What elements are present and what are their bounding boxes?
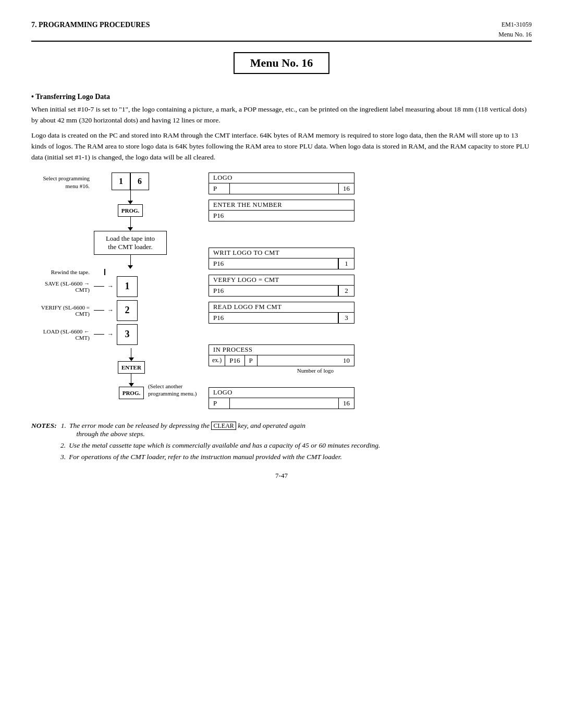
screen-logo-bottom-val <box>230 402 338 404</box>
screen-verfy-logo-data: P16 2 <box>209 286 354 296</box>
verify-label: VERIFY (SL-6600 = CMT) <box>31 304 94 317</box>
note-num-1: 1. <box>61 422 66 438</box>
screen-logo-top-val <box>230 188 338 190</box>
spacer-2 <box>209 329 532 339</box>
spacer-3 <box>209 379 532 382</box>
right-screens: LOGO P 16 ENTER THE NUMBER P16 WRIT LOGO… <box>209 172 532 409</box>
ex-label: ex.) <box>209 355 225 365</box>
screen-verfy-logo-title: VERFY LOGO = CMT <box>209 275 354 286</box>
screen-logo-bottom: LOGO P 16 <box>209 387 354 409</box>
numbered-steps: Rewind the tape. SAVE (SL-6600 → CMT) → … <box>31 269 198 399</box>
screen-logo-top-p: P <box>209 183 230 194</box>
screen-verfy-logo-num: 2 <box>338 286 354 296</box>
screen-logo-bottom-p: P <box>209 398 230 409</box>
prog-key: PROG. <box>118 204 143 217</box>
body-para-2: Logo data is created on the PC and store… <box>31 130 532 163</box>
screen-read-logo-val: P16 <box>209 313 338 323</box>
menu-title: Menu No. 16 <box>234 52 329 74</box>
key-6: 6 <box>130 172 149 190</box>
header-rule <box>31 41 532 42</box>
diagram-area: Select programmingmenu #16. 1 6 PROG. <box>31 172 532 409</box>
note-2-text: Use the metal cassette tape which is com… <box>69 441 380 450</box>
screen-read-logo: READ LOGO FM CMT P16 3 <box>209 302 354 324</box>
clear-key-inline: CLEAR <box>211 422 236 430</box>
note-1-text: The error mode can be released by depres… <box>69 422 305 438</box>
screen-enter-number-val: P16 <box>209 211 354 221</box>
screen-writ-logo-num: 1 <box>338 258 354 269</box>
screen-logo-bottom-title: LOGO <box>209 388 354 398</box>
screen-writ-logo-val: P16 <box>209 258 338 269</box>
screen-writ-logo-title: WRIT LOGO TO CMT <box>209 248 354 258</box>
note-3-text: For operations of the CMT loader, refer … <box>69 453 342 461</box>
page-wrapper: 7. PROGRAMMING PROCEDURES EM1-31059 Menu… <box>31 21 532 480</box>
note-1-row: NOTES: 1. The error mode can be released… <box>31 422 532 438</box>
bullet-section-title: Transferring Logo Data <box>31 93 532 101</box>
screen-in-process-title: IN PROCESS <box>209 345 354 355</box>
note-2-row: 2. Use the metal cassette tape which is … <box>60 441 532 450</box>
in-process-data-row: P16 P 10 <box>225 355 354 366</box>
number-of-logo-label: Number of logo <box>209 367 354 374</box>
prog-key-2: PROG. <box>119 387 144 399</box>
save-label: SAVE (SL-6600 → CMT) <box>31 280 94 293</box>
left-flow: Select programmingmenu #16. 1 6 PROG. <box>31 172 198 409</box>
screen-verfy-logo-val: P16 <box>209 286 338 296</box>
in-process-num: 10 <box>258 355 354 366</box>
screen-logo-top-num: 16 <box>338 183 354 194</box>
num-box-2: 2 <box>117 300 138 321</box>
load-tape-box: Load the tape intothe CMT loader. <box>94 231 167 255</box>
body-para-1: When initial set #10-7 is set to "1", th… <box>31 104 532 126</box>
screen-enter-number: ENTER THE NUMBER P16 <box>209 200 354 221</box>
menu-title-wrapper: Menu No. 16 <box>31 52 532 83</box>
in-process-p16: P16 <box>225 355 244 366</box>
num-box-3: 3 <box>117 324 138 345</box>
select-another-label: (Select anotherprogramming menu.) <box>148 348 197 398</box>
note-num-3: 3. <box>60 453 66 461</box>
screen-read-logo-title: READ LOGO FM CMT <box>209 302 354 313</box>
screen-logo-bottom-num: 16 <box>338 398 354 409</box>
screen-writ-logo: WRIT LOGO TO CMT P16 1 <box>209 248 354 269</box>
keys-1-6: 1 6 <box>112 172 149 190</box>
rewind-label: Rewind the tape. <box>31 269 94 275</box>
in-process-group: IN PROCESS ex.) P16 P 10 Number of logo <box>209 344 532 374</box>
screen-read-logo-num: 3 <box>338 313 354 323</box>
screen-in-process: IN PROCESS ex.) P16 P 10 <box>209 344 354 366</box>
notes-label: NOTES: <box>31 422 57 438</box>
page-header: 7. PROGRAMMING PROCEDURES EM1-31059 Menu… <box>31 21 532 39</box>
key-1: 1 <box>112 172 130 190</box>
in-process-ex-row: ex.) P16 P 10 <box>209 355 354 366</box>
screen-verfy-logo: VERFY LOGO = CMT P16 2 <box>209 275 354 297</box>
doc-ref: EM1-31059 Menu No. 16 <box>498 21 532 39</box>
screen-enter-number-title: ENTER THE NUMBER <box>209 200 354 211</box>
page-number: 7-47 <box>31 472 532 480</box>
enter-key: ENTER <box>118 361 145 374</box>
select-label: Select programmingmenu #16. <box>31 172 94 191</box>
load-label: LOAD (SL-6600 ← CMT) <box>31 328 94 341</box>
screen-logo-bottom-data: P 16 <box>209 398 354 409</box>
note-num-2: 2. <box>60 441 66 450</box>
screen-logo-top-data: P 16 <box>209 183 354 194</box>
notes-section: NOTES: 1. The error mode can be released… <box>31 422 532 461</box>
in-process-p: P <box>245 355 258 366</box>
screen-read-logo-data: P16 3 <box>209 313 354 323</box>
screen-enter-number-data: P16 <box>209 211 354 221</box>
section-title: 7. PROGRAMMING PROCEDURES <box>31 21 150 29</box>
screen-logo-top-title: LOGO <box>209 173 354 183</box>
num-box-1: 1 <box>117 276 138 297</box>
note-3-row: 3. For operations of the CMT loader, ref… <box>60 453 532 461</box>
screen-logo-top: LOGO P 16 <box>209 172 354 194</box>
screen-writ-logo-data: P16 1 <box>209 258 354 269</box>
spacer-1 <box>209 227 532 242</box>
